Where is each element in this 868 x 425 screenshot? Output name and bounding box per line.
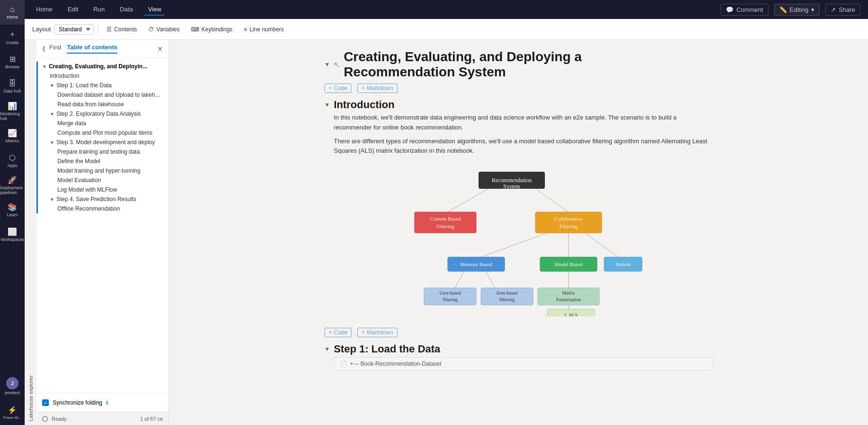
code-file-ref[interactable]: 📄 +--- Book-Recommendation-Dataset (334, 357, 713, 370)
lakehouse-explorer-label[interactable]: Lakehouse explorer (25, 40, 36, 425)
lock-icon[interactable]: 🔒 (680, 100, 690, 110)
keybindings-button[interactable]: ⌨ Keybindings (186, 24, 237, 35)
toc-item-offline[interactable]: Offline Recommendation (36, 204, 169, 213)
left-nav: ⌂ Home ＋ Create ⊞ Browse 🗄 Data hub 📊 Mo… (0, 0, 25, 425)
menu-run[interactable]: Run (90, 4, 108, 16)
info-icon[interactable]: ℹ (106, 400, 108, 406)
more-options-icon[interactable]: ⋯ (693, 60, 702, 69)
nav-deployment[interactable]: 🚀 Deployment pipelines (0, 173, 25, 197)
nav-workspaces[interactable]: ⬜ Workspaces (0, 222, 25, 247)
code-icon[interactable]: </> (655, 60, 667, 69)
add-cell-row-top: + Code + Markdown (325, 82, 713, 95)
nav-apps[interactable]: ⬡ Apps (0, 148, 25, 173)
delete-icon[interactable]: 🗑 (705, 60, 713, 69)
svg-text:Model Based: Model Based (554, 261, 582, 267)
more-options-icon[interactable]: ⋯ (693, 100, 702, 110)
user-avatar[interactable]: J jenetest (0, 372, 25, 400)
nav-browse[interactable]: ⊞ Browse (0, 49, 25, 74)
lock-icon[interactable]: 🔒 (680, 60, 690, 69)
tab-find[interactable]: Find (49, 44, 61, 54)
top-bar-right: 💬 Comment ✏️ Editing ▾ ↗ Share (721, 4, 860, 16)
svg-text:Filtering: Filtering (436, 223, 454, 229)
top-menu: Home Edit Run Data View (32, 4, 165, 16)
svg-text:Recommendation: Recommendation (491, 177, 532, 184)
menu-view[interactable]: View (144, 4, 165, 16)
nav-learn[interactable]: 📚 Learn (0, 197, 25, 222)
edit-cell-icon[interactable]: ✏ (670, 60, 678, 69)
svg-text:Filtering: Filtering (560, 223, 578, 229)
chevron-down-icon: ▾ (811, 6, 814, 13)
cursor-area: ↖ (334, 60, 340, 69)
menu-data[interactable]: Data (116, 4, 136, 16)
toc-item-read-data[interactable]: Read data from lakehouse (36, 100, 169, 109)
status-bar: ◯ Ready 1 of 67 ce (36, 412, 169, 425)
toc-item-evaluation[interactable]: Model Evaluation (36, 176, 169, 185)
layout-group: Layout Standard (32, 24, 94, 35)
nav-home[interactable]: ⌂ Home (0, 0, 25, 25)
chevron-down-icon: ▼ (50, 111, 54, 117)
toc-item-mlflow[interactable]: Log Model with MLFlow (36, 185, 169, 194)
svg-rect-5 (415, 212, 476, 233)
toc-item-step4[interactable]: ▼ Step 4. Save Prediction Results (36, 194, 169, 204)
add-code-button-2[interactable]: + Code (325, 328, 352, 337)
collapse-step1-icon[interactable]: ▼ (325, 346, 330, 352)
sync-folding-checkbox[interactable]: ✓ (42, 399, 49, 406)
toc-item-prepare[interactable]: Prepare training and testing data (36, 147, 169, 157)
toc-item-step3[interactable]: ▼ Step 3. Model development and deploy (36, 138, 169, 147)
add-markdown-button-1[interactable]: + Markdown (357, 83, 397, 93)
menu-edit[interactable]: Edit (64, 4, 82, 16)
sidebar-header: ⟪ Find Table of contents ✕ (36, 40, 169, 58)
comment-button[interactable]: 💬 Comment (721, 4, 768, 16)
collapse-main-icon[interactable]: ▼ (325, 61, 330, 68)
toc-item-introduction[interactable]: Introduction (36, 71, 169, 81)
add-code-button-1[interactable]: + Code (325, 83, 352, 93)
plus-icon: + (362, 329, 365, 336)
editing-button[interactable]: ✏️ Editing ▾ (774, 4, 820, 16)
intro-text-1: In this notebook, we'll demonstrate data… (325, 113, 713, 133)
variables-button[interactable]: ⏱ Variables (144, 24, 184, 35)
sidebar-collapse-icon[interactable]: ⟪ (42, 45, 45, 52)
svg-text:Memory Based: Memory Based (460, 261, 492, 267)
intro-section: ▼ Introduction </> ✏ 🔒 ⋯ 🗑 In this noteb… (325, 99, 713, 339)
contents-icon: ☰ (107, 26, 112, 33)
comment-icon: 💬 (726, 6, 733, 13)
edit-cell-icon[interactable]: ✏ (670, 100, 678, 110)
nav-metrics[interactable]: 📈 Metrics (0, 123, 25, 148)
code-icon[interactable]: </> (655, 100, 667, 110)
menu-home[interactable]: Home (32, 4, 56, 16)
toc-item-step2[interactable]: ▼ Step 2. Exploratory Data Analysis (36, 109, 169, 119)
collapse-intro-icon[interactable]: ▼ (325, 102, 330, 108)
svg-line-21 (486, 271, 495, 288)
notebook-area[interactable]: ▼ ↖ Creating, Evaluating, and Deploying … (169, 40, 868, 425)
toc-item-compute-plot[interactable]: Compute and Plot most popular items (36, 128, 169, 138)
nav-powerbi[interactable]: ⚡ Power BI... (0, 400, 25, 425)
add-markdown-button-2[interactable]: + Markdown (357, 328, 397, 337)
toc-item-define-model[interactable]: Define the Model (36, 157, 169, 166)
step1-heading: Step 1: Load the Data (334, 343, 440, 355)
chevron-down-icon: ▼ (50, 197, 54, 202)
nav-datahub[interactable]: 🗄 Data hub (0, 74, 25, 99)
nav-create[interactable]: ＋ Create (0, 25, 25, 49)
contents-button[interactable]: ☰ Contents (102, 24, 142, 35)
toc-root[interactable]: ▼ Creating, Evaluating, and Deployin... (36, 62, 169, 71)
sync-folding-row: ✓ Synchronize folding ℹ (42, 399, 163, 406)
toc-item-download[interactable]: Download dataset and Upload to lakeh... (36, 90, 169, 100)
line-numbers-button[interactable]: ≡ Line numbers (239, 24, 289, 35)
sidebar-tabs: Find Table of contents (49, 44, 118, 54)
sidebar-panel: ⟪ Find Table of contents ✕ ▼ Creating, E… (36, 40, 169, 425)
share-button[interactable]: ↗ Share (825, 4, 860, 16)
toolbar: Layout Standard ☰ Contents ⏱ Variables ⌨… (25, 19, 868, 40)
tab-toc[interactable]: Table of contents (67, 44, 118, 54)
layout-select[interactable]: Standard (54, 24, 94, 35)
toc-item-training[interactable]: Model training and hyper-tunning (36, 166, 169, 176)
nav-monitoring[interactable]: 📊 Monitoring hub (0, 99, 25, 123)
plus-icon: + (329, 329, 332, 336)
svg-text:Content Based: Content Based (430, 216, 461, 222)
sidebar-close-icon[interactable]: ✕ (157, 45, 163, 53)
edit-icon: ✏️ (779, 6, 787, 13)
toc-item-step1[interactable]: ▼ Step 1: Load the Data (36, 81, 169, 90)
toc-item-merge[interactable]: Merge data (36, 119, 169, 128)
delete-icon[interactable]: 🗑 (705, 100, 713, 110)
svg-text:filtering: filtering (499, 297, 514, 302)
chevron-down-icon: ▼ (50, 83, 54, 88)
